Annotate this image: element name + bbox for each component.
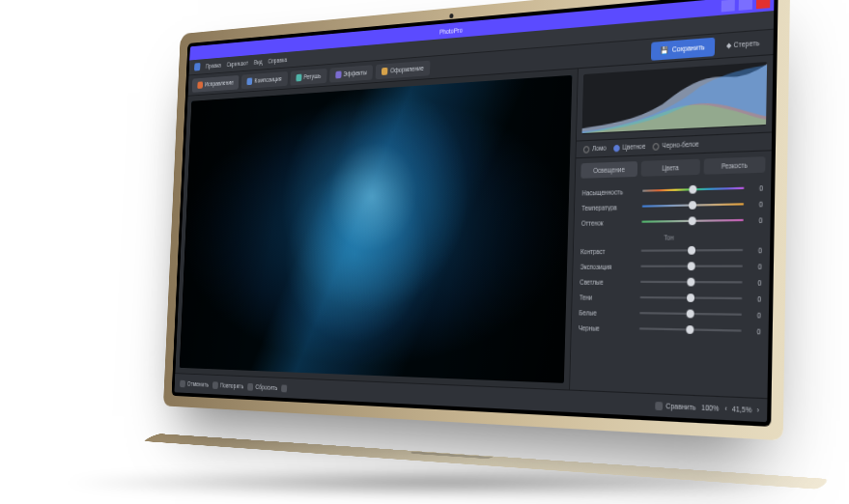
app-window: PhotoPro Правка Скриншот Вид Справка Исп	[174, 0, 774, 422]
slider-Экспозиция[interactable]: Экспозиция0	[580, 259, 762, 275]
tab-correction[interactable]: Исправление	[192, 74, 240, 92]
slider-label: Тени	[580, 294, 636, 301]
slider-value: 0	[747, 294, 761, 302]
menu-screenshot[interactable]: Скриншот	[226, 60, 248, 68]
slider-knob[interactable]	[687, 278, 694, 287]
compare-icon	[656, 401, 664, 409]
ice-cave-image	[180, 75, 573, 383]
screen-chassis: PhotoPro Правка Скриншот Вид Справка Исп	[163, 0, 790, 440]
zoom-readout[interactable]: 100%	[701, 404, 719, 412]
filter-color[interactable]: Цветное	[613, 143, 645, 153]
slider-value: 0	[748, 279, 762, 287]
sliders-area: Насыщенность0Температура0Оттенок0ТонКонт…	[570, 178, 771, 398]
clear-button[interactable]: ◆Стереть	[718, 33, 767, 55]
laptop-mockup: PhotoPro Правка Скриншот Вид Справка Исп	[161, 0, 790, 485]
correction-icon	[197, 81, 203, 89]
filter-mode-row: Ломо Цветное Черно-белое	[576, 131, 772, 158]
main-area: Ломо Цветное Черно-белое Освещение Цвета…	[175, 55, 773, 398]
image-canvas[interactable]	[180, 75, 573, 383]
slider-Оттенок[interactable]: Оттенок0	[581, 212, 763, 231]
quick-tabs: Освещение Цвета Резкость	[576, 151, 772, 183]
slider-track[interactable]	[641, 219, 743, 223]
window-controls	[722, 0, 771, 12]
undo-icon	[180, 379, 185, 387]
undo-button[interactable]: Отменить	[180, 379, 209, 388]
tone-heading: Тон	[580, 233, 762, 242]
filter-lomo[interactable]: Ломо	[583, 144, 607, 153]
slider-value: 0	[749, 216, 763, 224]
slider-knob[interactable]	[687, 263, 694, 271]
adjust-panel: Ломо Цветное Черно-белое Освещение Цвета…	[569, 55, 773, 398]
slider-track[interactable]	[639, 328, 742, 332]
histogram	[581, 62, 767, 134]
slider-value: 0	[748, 246, 762, 254]
reset-button[interactable]: Сбросить	[247, 382, 277, 391]
filter-bw[interactable]: Черно-белое	[653, 140, 699, 150]
quick-sharp[interactable]: Резкость	[704, 156, 766, 175]
tab-composition[interactable]: Композиция	[241, 71, 288, 89]
title-bar: PhotoPro	[189, 0, 774, 60]
slider-label: Белые	[579, 309, 635, 317]
quick-light[interactable]: Освещение	[580, 161, 637, 179]
tab-retouch[interactable]: Ретушь	[290, 68, 326, 85]
slider-label: Температура	[581, 203, 637, 211]
slider-Контраст[interactable]: Контраст0	[580, 242, 762, 259]
slider-track[interactable]	[640, 281, 743, 284]
brush-icon	[281, 384, 287, 392]
tab-effects[interactable]: Эффекты	[329, 65, 374, 82]
menu-help[interactable]: Справка	[268, 56, 287, 64]
hinge-notch	[409, 452, 493, 460]
chevron-left-icon: ‹	[724, 405, 727, 412]
brush-button[interactable]	[281, 384, 287, 392]
fit-readout[interactable]: ‹41,5%›	[724, 405, 759, 414]
tab-frame[interactable]: Оформление	[376, 60, 431, 79]
slider-knob[interactable]	[688, 217, 695, 226]
webcam	[449, 14, 453, 18]
slider-Белые[interactable]: Белые0	[579, 305, 760, 323]
slider-knob[interactable]	[689, 185, 696, 194]
composition-icon	[247, 77, 253, 85]
slider-Светлые[interactable]: Светлые0	[580, 274, 761, 291]
slider-track[interactable]	[640, 266, 743, 267]
retouch-icon	[296, 73, 301, 81]
slider-label: Экспозиция	[580, 263, 637, 270]
slider-label: Черные	[579, 324, 635, 333]
slider-value: 0	[748, 263, 762, 270]
redo-icon	[212, 381, 218, 389]
slider-label: Контраст	[580, 247, 637, 255]
slider-knob[interactable]	[686, 294, 693, 302]
slider-track[interactable]	[640, 296, 743, 299]
slider-value: 0	[747, 311, 761, 319]
slider-knob[interactable]	[686, 310, 693, 319]
reset-icon	[247, 382, 253, 390]
chevron-right-icon: ›	[756, 406, 759, 414]
slider-knob[interactable]	[688, 246, 695, 255]
close-button[interactable]	[756, 0, 770, 9]
menu-edit[interactable]: Правка	[206, 62, 221, 70]
slider-knob[interactable]	[688, 201, 695, 210]
slider-knob[interactable]	[686, 325, 693, 334]
slider-track[interactable]	[639, 312, 742, 316]
effects-icon	[335, 70, 341, 78]
quick-colors[interactable]: Цвета	[641, 158, 700, 176]
slider-value: 0	[747, 327, 761, 335]
slider-Тени[interactable]: Тени0	[580, 290, 761, 307]
app-title: PhotoPro	[439, 26, 463, 35]
slider-Черные[interactable]: Черные0	[579, 320, 761, 339]
slider-track[interactable]	[642, 204, 744, 208]
slider-value: 0	[749, 200, 763, 208]
frame-icon	[382, 67, 388, 74]
save-button[interactable]: 💾Сохранить	[651, 37, 715, 60]
maximize-button[interactable]	[739, 0, 752, 11]
slider-Насыщенность[interactable]: Насыщенность0	[582, 180, 764, 200]
menu-view[interactable]: Вид	[254, 59, 263, 66]
slider-track[interactable]	[642, 187, 744, 192]
slider-label: Светлые	[580, 278, 636, 286]
slider-track[interactable]	[641, 249, 744, 252]
eraser-icon: ◆	[725, 41, 730, 49]
slider-Температура[interactable]: Температура0	[581, 196, 763, 215]
compare-button[interactable]: Сравнить	[656, 401, 696, 411]
minimize-button[interactable]	[722, 0, 735, 12]
redo-button[interactable]: Повторить	[212, 381, 243, 390]
slider-label: Насыщенность	[582, 187, 638, 196]
